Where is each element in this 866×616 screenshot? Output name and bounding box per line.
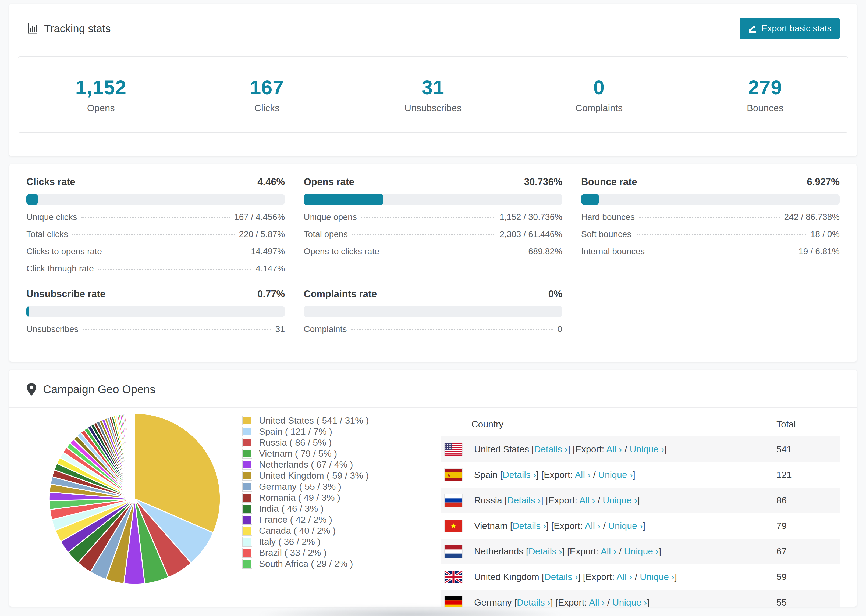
table-row-gb: United Kingdom [Details ›] [Export: All … [441, 564, 840, 590]
export-all-link[interactable]: All › [575, 470, 590, 480]
legend-item: Romania ( 49 / 3% ) [242, 492, 369, 503]
details-link[interactable]: Details › [503, 470, 536, 480]
dotted-leader [83, 329, 271, 330]
legend-swatch [242, 504, 252, 514]
legend-swatch [242, 449, 252, 459]
us-flag-icon [444, 443, 462, 456]
rate-percent: 6.927% [807, 176, 840, 188]
country-cell: Spain [Details ›] [Export: All › / Uniqu… [441, 469, 776, 481]
tracking-stats-card: Tracking stats Export basic stats 1,152O… [9, 4, 857, 156]
export-unique-link[interactable]: Unique › [598, 470, 633, 480]
legend-swatch [242, 438, 252, 448]
export-all-link[interactable]: All › [585, 520, 601, 531]
legend-label: Vietnam ( 79 / 5% ) [259, 448, 337, 459]
legend-item: Netherlands ( 67 / 4% ) [242, 459, 369, 470]
rate-progress-fill [304, 194, 383, 205]
rate-title: Unsubscribe rate [26, 288, 105, 300]
total-cell: 79 [776, 520, 840, 531]
pie-legend: United States ( 541 / 31% )Spain ( 121 /… [242, 415, 369, 569]
slash: / [605, 597, 612, 607]
export-unique-link[interactable]: Unique › [608, 520, 643, 531]
rate-detail-row: Internal bounces19 / 6.81% [581, 247, 840, 256]
rate-detail-row: Clicks to opens rate14.497% [26, 247, 285, 256]
bracket: [ [532, 444, 534, 454]
export-button-label: Export basic stats [762, 24, 831, 34]
export-unique-link[interactable]: Unique › [640, 572, 674, 582]
total-cell: 55 [776, 597, 840, 607]
country-name: Germany [474, 597, 514, 607]
export-basic-stats-button[interactable]: Export basic stats [740, 18, 840, 39]
details-link[interactable]: Details › [517, 597, 551, 607]
rate-percent: 0.77% [257, 288, 285, 300]
details-link[interactable]: Details › [529, 546, 562, 556]
rate-detail-value: 0 [557, 324, 562, 334]
export-all-link[interactable]: All › [616, 572, 632, 582]
country-name: Netherlands [474, 546, 526, 556]
geo-table-header: Country Total [441, 412, 840, 437]
rate-detail-row: Soft bounces18 / 0% [581, 229, 840, 239]
export-unique-link[interactable]: Unique › [630, 444, 664, 454]
rate-detail-label: Soft bounces [581, 229, 631, 239]
dotted-leader [72, 234, 235, 235]
rate-percent: 30.736% [524, 176, 562, 188]
table-row-nl: Netherlands [Details ›] [Export: All › /… [441, 539, 840, 564]
page-bottom-shadow [255, 605, 565, 616]
legend-swatch [242, 427, 252, 437]
dotted-leader [636, 234, 806, 235]
legend-item: United States ( 541 / 31% ) [242, 415, 369, 426]
total-cell: 86 [776, 495, 840, 506]
tracking-stats-title: Tracking stats [26, 23, 110, 35]
export-all-link[interactable]: All › [589, 597, 605, 607]
bracket: ] [638, 495, 640, 505]
details-link[interactable]: Details › [534, 444, 568, 454]
export-all-link[interactable]: All › [579, 495, 595, 505]
rate-detail-label: Total opens [304, 229, 348, 239]
export-all-link[interactable]: All › [601, 546, 617, 556]
details-link[interactable]: Details › [513, 520, 546, 531]
legend-label: Romania ( 49 / 3% ) [259, 492, 340, 503]
slash: / [632, 572, 640, 582]
details-link[interactable]: Details › [507, 495, 541, 505]
legend-label: Spain ( 121 / 7% ) [259, 426, 332, 437]
country-cell-text: Spain [Details ›] [Export: All › / Uniqu… [474, 470, 635, 480]
stat-cell-complaints: 0Complaints [516, 57, 682, 132]
rate-block-opens-rate: Opens rate30.736%Unique opens1,152 / 30.… [304, 176, 562, 273]
country-cell-text: United Kingdom [Details ›] [Export: All … [474, 572, 677, 582]
legend-label: Russia ( 86 / 5% ) [259, 437, 332, 448]
es-flag-icon [444, 469, 462, 481]
rate-detail-row: Opens to clicks rate689.82% [304, 247, 562, 256]
rate-block-header: Complaints rate0% [304, 288, 562, 300]
details-link[interactable]: Details › [544, 572, 578, 582]
rate-detail-value: 2,303 / 61.446% [500, 229, 562, 239]
legend-label: United States ( 541 / 31% ) [259, 415, 369, 426]
rate-detail-row: Total opens2,303 / 61.446% [304, 229, 562, 239]
export-unique-link[interactable]: Unique › [624, 546, 659, 556]
rate-block-header: Bounce rate6.927% [581, 176, 840, 188]
rate-detail-label: Click through rate [26, 264, 94, 273]
rate-detail-value: 242 / 86.738% [784, 212, 840, 222]
page-title: Tracking stats [44, 23, 110, 35]
bracket: [ [542, 572, 544, 582]
export-all-link[interactable]: All › [606, 444, 622, 454]
slash: / [595, 495, 603, 505]
legend-item: Canada ( 40 / 2% ) [242, 525, 369, 536]
campaign-geo-opens-header: Campaign Geo Opens [9, 370, 857, 408]
rate-detail-row: Unique clicks167 / 4.456% [26, 212, 285, 222]
export-unique-link[interactable]: Unique › [612, 597, 647, 607]
export-unique-link[interactable]: Unique › [603, 495, 638, 505]
campaign-geo-opens-card: Campaign Geo Opens United States ( 541 /… [9, 369, 857, 607]
country-name: Vietnam [474, 520, 510, 531]
bracket: [ [526, 546, 529, 556]
rate-progress-bar [304, 194, 562, 205]
bracket: ] [643, 520, 645, 531]
stat-value: 31 [350, 76, 516, 99]
table-row-ru: Russia [Details ›] [Export: All › / Uniq… [441, 487, 840, 513]
legend-label: Italy ( 36 / 2% ) [259, 536, 321, 547]
geo-country-table: Country Total United States [Details ›] … [441, 412, 840, 607]
legend-item: South Africa ( 29 / 2% ) [242, 558, 369, 569]
bracket: [ [514, 597, 516, 607]
rate-block-complaints-rate: Complaints rate0%Complaints0 [304, 288, 562, 334]
stat-cell-clicks: 167Clicks [184, 57, 350, 132]
legend-label: India ( 46 / 3% ) [259, 503, 324, 514]
rate-detail-value: 19 / 6.81% [798, 247, 840, 256]
